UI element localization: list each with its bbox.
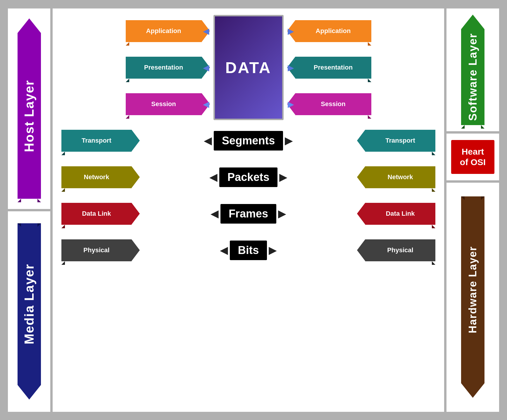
media-layer-panel: Media Layer bbox=[8, 211, 50, 412]
hardware-layer-label: Hardware Layer bbox=[467, 246, 479, 333]
segments-box: Segments bbox=[214, 131, 283, 151]
right-col: ▶ Application ▶ Presentation bbox=[287, 14, 436, 121]
bits-box: Bits bbox=[230, 241, 267, 260]
host-layer-label: Host Layer bbox=[22, 80, 37, 152]
network-left-ribbon: Network bbox=[61, 166, 132, 188]
pres-arrow-right: ▶ bbox=[288, 63, 294, 72]
packets-label: Packets bbox=[227, 171, 270, 183]
transport-row: Transport ◀ Segments ▶ Transport bbox=[61, 124, 435, 158]
media-layer-banner: Media Layer bbox=[18, 223, 41, 400]
sess-left-label: Session bbox=[126, 93, 202, 115]
app-right-label: Application bbox=[295, 20, 371, 42]
transport-center: ◀ Segments ▶ bbox=[132, 131, 365, 151]
main-container: Host Layer Media Layer bbox=[8, 8, 499, 412]
heart-panel: Heart of OSI bbox=[446, 134, 499, 180]
sess-right-label: Session bbox=[295, 93, 371, 115]
host-layer-panel: Host Layer bbox=[8, 8, 50, 209]
pres-right-ribbon: Presentation bbox=[295, 57, 371, 79]
software-layer-label: Software Layer bbox=[467, 33, 479, 121]
bits-label: Bits bbox=[238, 244, 259, 256]
pres-left-ribbon: Presentation bbox=[126, 57, 202, 79]
right-sidebar: Software Layer Heart of OSI Hardware Lay… bbox=[446, 8, 499, 412]
sess-arrow-right: ▶ bbox=[288, 99, 294, 109]
datalink-left-ribbon: Data Link bbox=[61, 203, 132, 225]
network-center: ◀ Packets ▶ bbox=[132, 167, 365, 187]
segments-label: Segments bbox=[222, 134, 275, 147]
physical-center: ◀ Bits ▶ bbox=[132, 241, 365, 260]
left-sidebar: Host Layer Media Layer bbox=[8, 8, 50, 412]
host-layer-banner: Host Layer bbox=[18, 18, 41, 199]
sess-right-row: ▶ Session bbox=[287, 87, 436, 121]
upper-section: Application ◀ Presentation bbox=[61, 14, 435, 121]
pres-right-label: Presentation bbox=[295, 57, 371, 79]
physical-arrow-r: ▶ bbox=[269, 244, 277, 256]
hardware-layer-panel: Hardware Layer bbox=[446, 183, 499, 412]
pres-left-label: Presentation bbox=[126, 57, 202, 79]
physical-right-ribbon: Physical bbox=[365, 239, 435, 261]
app-right-row: ▶ Application bbox=[287, 14, 436, 48]
app-arrow-right: ▶ bbox=[288, 26, 294, 36]
physical-arrow-l: ◀ bbox=[220, 244, 228, 256]
network-arrow-l: ◀ bbox=[209, 171, 218, 183]
pres-right-row: ▶ Presentation bbox=[287, 51, 436, 84]
network-right-ribbon: Network bbox=[365, 166, 435, 188]
sess-left-ribbon: Session bbox=[126, 93, 202, 115]
transport-arrow-r: ▶ bbox=[285, 134, 293, 147]
software-layer-panel: Software Layer bbox=[446, 8, 499, 131]
physical-left-ribbon: Physical bbox=[61, 239, 132, 261]
app-left-ribbon: Application bbox=[126, 20, 202, 42]
data-center-box: DATA bbox=[213, 15, 284, 120]
app-arrow-left: ◀ bbox=[203, 26, 209, 36]
physical-row: Physical ◀ Bits ▶ Physical bbox=[61, 234, 435, 267]
datalink-row: Data Link ◀ Frames ▶ Data Link bbox=[61, 197, 435, 231]
packets-box: Packets bbox=[219, 167, 278, 187]
frames-label: Frames bbox=[229, 208, 268, 220]
transport-right-ribbon: Transport bbox=[365, 130, 435, 152]
left-col: Application ◀ Presentation bbox=[61, 14, 211, 121]
network-row: Network ◀ Packets ▶ Network bbox=[61, 160, 435, 194]
sess-right-ribbon: Session bbox=[295, 93, 371, 115]
datalink-arrow-l: ◀ bbox=[211, 208, 219, 220]
data-center-label: DATA bbox=[225, 58, 272, 77]
app-left-row: Application ◀ bbox=[61, 14, 211, 48]
transport-arrow-l: ◀ bbox=[204, 134, 212, 147]
heart-box: Heart of OSI bbox=[451, 140, 494, 174]
pres-left-row: Presentation ◀ bbox=[61, 51, 211, 84]
datalink-right-ribbon: Data Link bbox=[365, 203, 435, 225]
pres-arrow-left: ◀ bbox=[203, 63, 209, 72]
network-arrow-r: ▶ bbox=[279, 171, 287, 183]
frames-box: Frames bbox=[220, 204, 276, 224]
data-center-col: DATA bbox=[211, 14, 287, 121]
datalink-center: ◀ Frames ▶ bbox=[132, 204, 365, 224]
app-left-label: Application bbox=[126, 20, 202, 42]
sess-arrow-left: ◀ bbox=[203, 99, 209, 109]
media-layer-label: Media Layer bbox=[22, 264, 37, 344]
sess-left-row: Session ◀ bbox=[61, 87, 211, 121]
center-panel: Application ◀ Presentation bbox=[53, 8, 444, 412]
app-right-ribbon: Application bbox=[295, 20, 371, 42]
datalink-arrow-r: ▶ bbox=[278, 208, 286, 220]
transport-left-ribbon: Transport bbox=[61, 130, 132, 152]
